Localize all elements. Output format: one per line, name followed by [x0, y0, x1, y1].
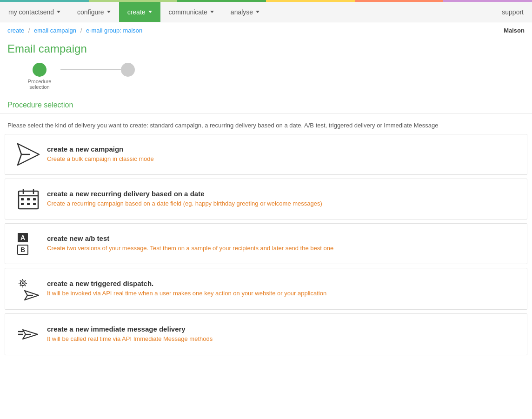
option-ab-test-subtitle: Create two versions of your message. Tes…	[47, 244, 518, 253]
nav-communicate[interactable]: communicate	[160, 2, 222, 22]
svg-line-22	[20, 280, 21, 281]
svg-text:A: A	[20, 234, 25, 241]
nav-analyse-caret	[256, 11, 259, 13]
option-recurring-text: create a new recurring delivery based on…	[42, 190, 518, 208]
description-text: Please select the kind of delivery you w…	[0, 113, 532, 134]
nav-create[interactable]: create	[119, 2, 160, 22]
breadcrumb-email-campaign[interactable]: email campaign	[34, 27, 76, 34]
step-1: Procedure selection	[19, 63, 60, 90]
step-1-circle	[33, 63, 47, 77]
svg-rect-11	[33, 203, 36, 205]
breadcrumb-links: create / email campaign / e-mail group: …	[7, 27, 142, 34]
option-recurring-delivery[interactable]: create a new recurring delivery based on…	[5, 179, 527, 219]
nav-configure-caret	[107, 11, 111, 13]
step-2	[121, 63, 135, 79]
breadcrumb-create[interactable]: create	[7, 27, 24, 34]
svg-point-17	[22, 282, 24, 284]
nav-communicate-caret	[210, 11, 214, 13]
option-immediate-subtitle: It will be called real time via API Imme…	[47, 335, 518, 343]
step-line	[60, 69, 121, 70]
calendar-icon	[14, 187, 42, 211]
option-recurring-title: create a new recurring delivery based on…	[47, 190, 518, 198]
svg-rect-6	[21, 198, 24, 200]
nav-support[interactable]: support	[493, 2, 532, 22]
stepper: Procedure selection	[0, 63, 532, 97]
option-immediate-title: create a new immediate message delivery	[47, 325, 518, 333]
step-1-label: Procedure selection	[19, 79, 60, 90]
option-ab-test-text: create new a/b test Create two versions …	[42, 234, 518, 253]
nav-my-contactsend-caret	[57, 11, 60, 13]
paper-plane-icon	[14, 143, 42, 166]
breadcrumb-sep-2: /	[80, 27, 82, 34]
option-immediate-message[interactable]: create a new immediate message delivery …	[5, 313, 527, 355]
svg-line-25	[20, 285, 21, 286]
svg-line-24	[25, 280, 26, 281]
option-triggered-text: create a new triggered dispatch. It will…	[42, 279, 518, 298]
breadcrumb-user: Maison	[504, 27, 525, 34]
breadcrumb: create / email campaign / e-mail group: …	[0, 22, 532, 39]
option-new-campaign-text: create a new campaign Create a bulk camp…	[42, 145, 518, 163]
main-nav: my contactsend configure create communic…	[0, 2, 532, 22]
immediate-icon	[14, 322, 42, 346]
nav-create-caret	[148, 11, 152, 13]
option-new-campaign-subtitle: Create a bulk campaign in classic mode	[47, 155, 518, 163]
svg-rect-10	[27, 203, 30, 205]
nav-analyse[interactable]: analyse	[222, 2, 268, 22]
svg-rect-9	[21, 203, 24, 205]
breadcrumb-email-group[interactable]: e-mail group: maison	[86, 27, 142, 34]
option-recurring-subtitle: Create a recurring campaign based on a d…	[47, 200, 518, 208]
option-new-campaign-title: create a new campaign	[47, 145, 518, 153]
nav-my-contactsend[interactable]: my contactsend	[0, 2, 69, 22]
step-2-circle	[121, 63, 135, 77]
triggered-icon	[14, 277, 42, 301]
option-triggered-title: create a new triggered dispatch.	[47, 279, 518, 287]
page-title: Email campaign	[0, 39, 532, 63]
section-title: Procedure selection	[0, 97, 532, 113]
option-triggered-dispatch[interactable]: create a new triggered dispatch. It will…	[5, 268, 527, 310]
svg-line-23	[25, 285, 26, 286]
svg-text:B: B	[20, 246, 25, 253]
option-ab-test[interactable]: A B create new a/b test Create two versi…	[5, 223, 527, 264]
svg-rect-7	[27, 198, 30, 200]
option-ab-test-title: create new a/b test	[47, 234, 518, 242]
ab-test-icon: A B	[14, 232, 42, 255]
breadcrumb-sep-1: /	[28, 27, 30, 34]
option-immediate-text: create a new immediate message delivery …	[42, 325, 518, 343]
svg-rect-8	[33, 198, 36, 200]
option-triggered-subtitle: It will be invoked via API real time whe…	[47, 289, 518, 298]
option-new-campaign[interactable]: create a new campaign Create a bulk camp…	[5, 134, 527, 175]
nav-configure[interactable]: configure	[69, 2, 119, 22]
